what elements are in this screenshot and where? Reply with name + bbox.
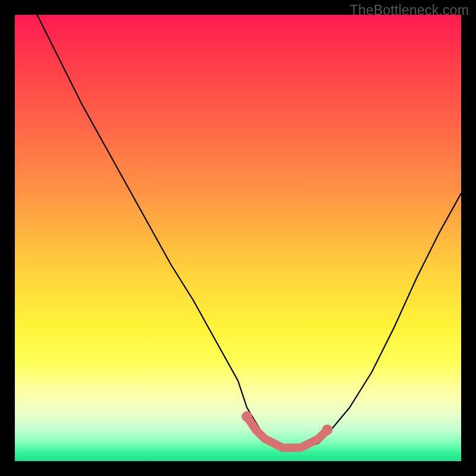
chart-frame: TheBottleneck.com <box>0 0 476 476</box>
curve-layer <box>15 15 461 461</box>
bottleneck-curve <box>37 15 462 448</box>
optimal-marker-dot <box>242 411 252 422</box>
watermark-text: TheBottleneck.com <box>350 2 469 18</box>
optimal-markers <box>242 411 333 448</box>
plot-area <box>15 15 461 461</box>
optimal-marker-stroke <box>247 416 327 448</box>
optimal-marker-dot <box>322 425 333 436</box>
